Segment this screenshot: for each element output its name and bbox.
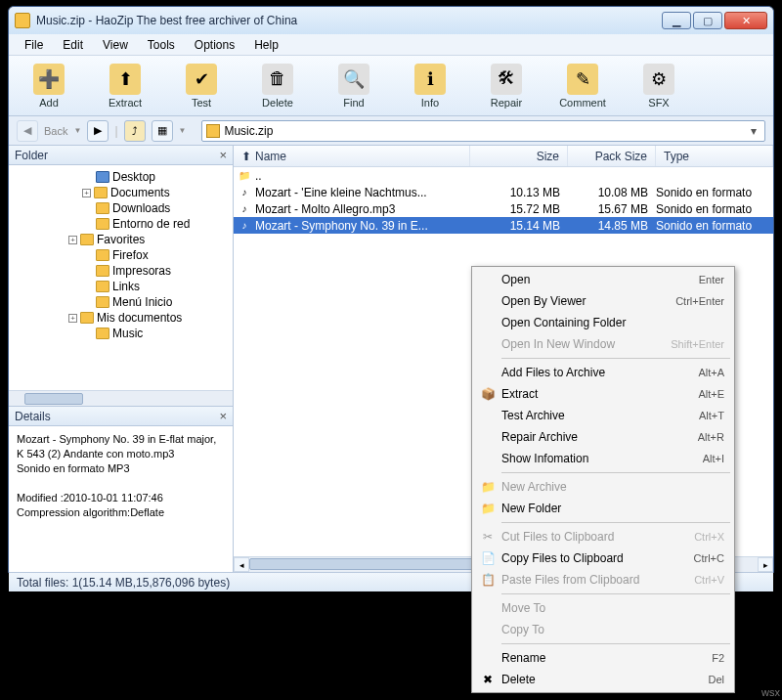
window-title: Music.zip - HaoZip The best free archive…: [36, 14, 662, 27]
tree-item[interactable]: Impresoras: [11, 263, 231, 279]
view-button[interactable]: ▦: [152, 120, 173, 142]
toolbar-delete-button[interactable]: 🗑Delete: [251, 64, 304, 109]
tree-item[interactable]: +Mis documentos: [11, 310, 231, 326]
menu-view[interactable]: View: [95, 36, 136, 54]
close-button[interactable]: ✕: [724, 12, 767, 29]
folder-icon: [96, 328, 109, 339]
menu-separator: [501, 472, 730, 473]
folder-icon: [80, 312, 94, 324]
menu-options[interactable]: Options: [187, 36, 242, 54]
tree-expand-icon[interactable]: +: [68, 314, 77, 323]
shortcut: Alt+T: [699, 410, 724, 421]
shortcut: Ctrl+V: [694, 574, 724, 586]
tree-item[interactable]: +Documents: [11, 185, 231, 200]
tree-item[interactable]: Menú Inicio: [11, 294, 231, 310]
nav-sep: |: [114, 124, 117, 138]
menu-item-extract[interactable]: 📦ExtractAlt+E: [474, 383, 732, 405]
tree-expand-icon[interactable]: +: [68, 236, 77, 244]
back-dropdown-icon[interactable]: ▼: [73, 126, 81, 135]
menu-item-icon: ✂: [480, 529, 496, 545]
col-type[interactable]: Type: [656, 146, 773, 166]
maximize-button[interactable]: ▢: [693, 12, 722, 29]
shortcut: Alt+A: [698, 367, 724, 378]
tree-item[interactable]: Downloads: [11, 200, 231, 216]
menu-item-rename[interactable]: RenameF2: [474, 647, 732, 669]
menu-item-test-archive[interactable]: Test ArchiveAlt+T: [474, 405, 732, 426]
folder-icon: [96, 202, 109, 214]
menu-item-open[interactable]: OpenEnter: [474, 269, 732, 290]
address-dropdown-icon[interactable]: ▾: [747, 124, 760, 138]
details-pane-close-icon[interactable]: ×: [219, 409, 227, 423]
toolbar-extract-button[interactable]: ⬆Extract: [99, 64, 152, 109]
menu-file[interactable]: File: [17, 36, 51, 54]
shortcut: Ctrl+Enter: [675, 295, 724, 307]
toolbar-info-button[interactable]: ℹInfo: [404, 64, 456, 109]
menu-separator: [501, 358, 730, 359]
file-row[interactable]: ♪Mozart - Molto Allegro.mp315.72 MB15.67…: [234, 200, 773, 217]
col-size[interactable]: Size: [470, 146, 568, 166]
menu-edit[interactable]: Edit: [55, 36, 91, 54]
toolbar-repair-button[interactable]: 🛠Repair: [480, 64, 533, 109]
tree-item[interactable]: Firefox: [11, 247, 231, 263]
folder-pane-close-icon[interactable]: ×: [219, 148, 227, 162]
details-text: Mozart - Symphony No. 39 in E-flat major…: [9, 426, 233, 526]
details-pane-header: Details ×: [9, 407, 233, 426]
navbar: ◀ Back ▼ ▶ | ⤴ ▦ ▼ ▾: [9, 116, 773, 146]
menu-help[interactable]: Help: [246, 36, 286, 54]
scroll-left-icon[interactable]: ◂: [234, 557, 249, 572]
tree-item[interactable]: +Favorites: [11, 232, 231, 247]
address-input[interactable]: [224, 124, 743, 138]
menu-separator: [501, 593, 730, 594]
comment-icon: ✎: [567, 64, 598, 95]
titlebar[interactable]: Music.zip - HaoZip The best free archive…: [9, 7, 773, 34]
file-row[interactable]: ♪Mozart - Symphony No. 39 in E...15.14 M…: [234, 217, 773, 234]
toolbar-find-button[interactable]: 🔍Find: [327, 64, 380, 109]
tree-hscrollbar[interactable]: [9, 390, 233, 406]
col-packsize[interactable]: Pack Size: [568, 146, 656, 166]
menu-item-add-files-to-archive[interactable]: Add Files to ArchiveAlt+A: [474, 362, 732, 383]
tree-item[interactable]: Desktop: [11, 169, 231, 185]
folder-pane-header: Folder ×: [9, 146, 233, 165]
address-bar[interactable]: ▾: [201, 120, 765, 142]
tree-expand-icon[interactable]: +: [82, 189, 91, 197]
folder-icon: [96, 218, 109, 230]
scroll-right-icon[interactable]: ▸: [758, 557, 773, 572]
col-name[interactable]: ⬆Name: [234, 146, 470, 166]
menu-item-copy-files-to-clipboard[interactable]: 📄Copy Files to ClipboardCtrl+C: [474, 547, 732, 569]
menu-item-open-in-new-window: Open In New WindowShift+Enter: [474, 333, 732, 355]
shortcut: Shift+Enter: [671, 338, 724, 350]
file-row[interactable]: ♪Mozart - 'Eine kleine Nachtmus...10.13 …: [234, 184, 773, 200]
menu-separator: [501, 522, 730, 523]
extract-icon: ⬆: [109, 64, 141, 95]
folder-icon: [94, 187, 108, 198]
forward-button[interactable]: ▶: [87, 120, 109, 142]
up-button[interactable]: ⤴: [124, 120, 146, 142]
tree-item[interactable]: Entorno de red: [11, 216, 231, 232]
file-icon: 📁: [238, 169, 251, 183]
back-button[interactable]: ◀: [17, 120, 38, 142]
column-headers: ⬆Name Size Pack Size Type: [234, 146, 773, 167]
folder-tree[interactable]: Desktop+DocumentsDownloadsEntorno de red…: [9, 165, 233, 390]
menu-item-icon: 📁: [480, 479, 496, 495]
menu-item-delete[interactable]: ✖DeleteDel: [474, 669, 732, 690]
toolbar-add-button[interactable]: ➕Add: [22, 64, 75, 109]
toolbar-test-button[interactable]: ✔Test: [175, 64, 228, 109]
menu-item-repair-archive[interactable]: Repair ArchiveAlt+R: [474, 426, 732, 448]
details-pane-title: Details: [15, 410, 51, 423]
add-icon: ➕: [33, 64, 65, 95]
context-menu[interactable]: OpenEnterOpen By ViewerCtrl+EnterOpen Co…: [471, 266, 735, 693]
menu-item-open-containing-folder[interactable]: Open Containing Folder: [474, 312, 732, 333]
menu-item-icon: 📋: [480, 572, 496, 588]
watermark: wsx: [761, 686, 780, 698]
file-row[interactable]: 📁..: [234, 167, 773, 184]
tree-item[interactable]: Music: [11, 326, 231, 341]
menu-item-show-infomation[interactable]: Show InfomationAlt+I: [474, 448, 732, 469]
view-dropdown-icon[interactable]: ▼: [179, 126, 187, 135]
menu-tools[interactable]: Tools: [140, 36, 183, 54]
toolbar-comment-button[interactable]: ✎Comment: [556, 64, 609, 109]
menu-item-new-folder[interactable]: 📁New Folder: [474, 498, 732, 519]
tree-item[interactable]: Links: [11, 279, 231, 294]
menu-item-open-by-viewer[interactable]: Open By ViewerCtrl+Enter: [474, 290, 732, 312]
toolbar-sfx-button[interactable]: ⚙SFX: [632, 64, 685, 109]
minimize-button[interactable]: ▁: [662, 12, 691, 29]
